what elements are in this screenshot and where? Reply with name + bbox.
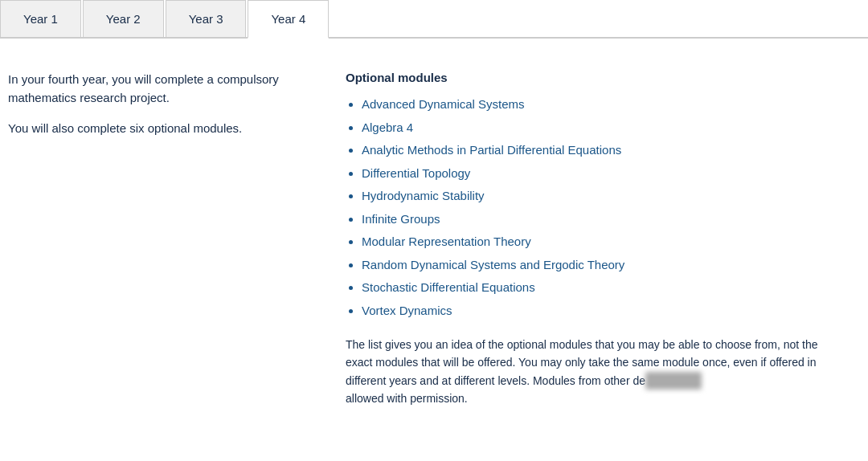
disclaimer-end: allowed with permission. [346, 392, 468, 405]
right-panel: Optional modules Advanced Dynamical Syst… [346, 71, 844, 408]
modules-list: Advanced Dynamical Systems Algebra 4 Ana… [346, 96, 844, 320]
tab-year4[interactable]: Year 4 [248, 0, 329, 39]
tabs-bar: Year 1 Year 2 Year 3 Year 4 [0, 0, 868, 39]
list-item: Hydrodynamic Stability [362, 187, 844, 206]
disclaimer-start: The list gives you an idea of the option… [346, 338, 818, 387]
optional-modules-title: Optional modules [346, 71, 844, 84]
list-item: Analytic Methods in Partial Differential… [362, 141, 844, 160]
list-item: Advanced Dynamical Systems [362, 96, 844, 114]
left-panel: In your fourth year, you will complete a… [8, 71, 313, 408]
disclaimer: The list gives you an idea of the option… [346, 336, 844, 408]
list-item: Random Dynamical Systems and Ergodic The… [362, 256, 844, 275]
tab-year2[interactable]: Year 2 [83, 0, 164, 37]
list-item: Stochastic Differential Equations [362, 279, 844, 297]
blur-overlay [645, 372, 702, 390]
list-item: Modular Representation Theory [362, 233, 844, 251]
list-item: Algebra 4 [362, 119, 844, 137]
list-item: Differential Topology [362, 165, 844, 183]
left-paragraph-1: In your fourth year, you will complete a… [8, 71, 313, 107]
left-paragraph-2: You will also complete six optional modu… [8, 120, 313, 138]
list-item: Vortex Dynamics [362, 302, 844, 320]
tab-year3[interactable]: Year 3 [166, 0, 247, 37]
tab-year1[interactable]: Year 1 [0, 0, 81, 37]
list-item: Infinite Groups [362, 210, 844, 229]
